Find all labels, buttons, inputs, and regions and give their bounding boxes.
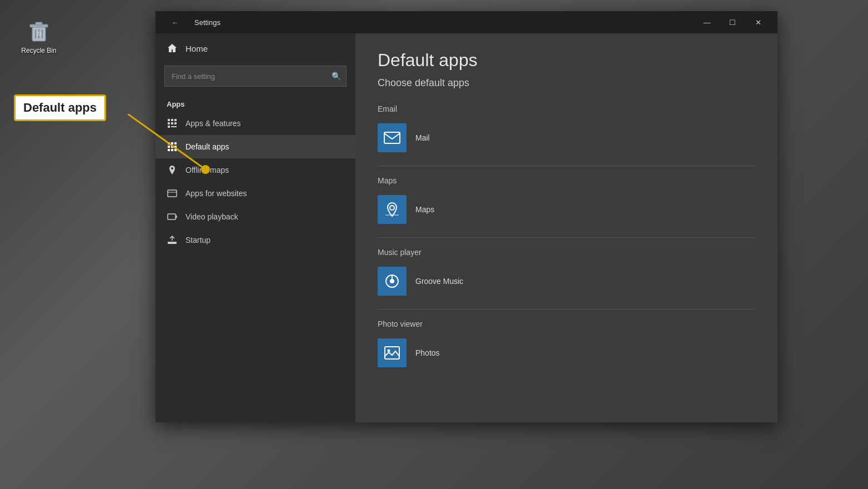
maximize-icon: ☐ [729, 18, 736, 27]
svg-point-32 [390, 206, 394, 210]
svg-rect-26 [168, 190, 177, 197]
sidebar-item-label-apps-websites: Apps for websites [185, 189, 247, 198]
svg-marker-29 [176, 214, 177, 219]
svg-line-7 [128, 114, 205, 169]
minimize-icon: — [704, 18, 711, 27]
music-app-name: Groove Music [415, 277, 463, 286]
recycle-bin-label: Recycle Bin [21, 47, 56, 54]
music-section: Music player Groove Music [378, 248, 755, 310]
desktop: ♻ Recycle Bin Default apps ← Settings — … [0, 0, 868, 489]
photos-app-icon-box [378, 338, 407, 367]
recycle-bin-icon[interactable]: ♻ Recycle Bin [17, 17, 61, 54]
maps-section: Maps Maps [378, 176, 755, 238]
sidebar-item-label-video-playback: Video playback [185, 212, 238, 221]
search-icon: 🔍 [332, 72, 341, 81]
maps-label: Maps [378, 176, 755, 185]
maps-app-item[interactable]: Maps [378, 191, 755, 228]
close-button[interactable]: ✕ [745, 11, 771, 33]
annotation-box: Default apps [14, 94, 106, 121]
apps-websites-icon [167, 188, 178, 198]
window-body: Home 🔍 Apps [155, 33, 777, 422]
maps-app-name: Maps [415, 205, 434, 214]
home-icon [167, 43, 178, 53]
window-title: Settings [194, 18, 694, 27]
svg-rect-2 [36, 22, 42, 25]
email-divider [378, 166, 755, 166]
svg-rect-30 [168, 242, 177, 244]
mail-app-name: Mail [415, 133, 430, 142]
sidebar-item-home[interactable]: Home [155, 33, 355, 63]
recycle-bin-image: ♻ [26, 17, 52, 43]
sidebar-item-startup[interactable]: Startup [155, 228, 355, 252]
sidebar-section-label: Apps [155, 96, 355, 112]
music-label: Music player [378, 248, 755, 257]
email-app-item[interactable]: Mail [378, 119, 755, 157]
minimize-button[interactable]: — [694, 11, 720, 33]
video-playback-icon [167, 212, 178, 222]
maximize-button[interactable]: ☐ [720, 11, 745, 33]
music-app-icon-box [378, 267, 407, 296]
sidebar-item-video-playback[interactable]: Video playback [155, 205, 355, 228]
back-button[interactable]: ← [162, 11, 188, 33]
title-bar: ← Settings — ☐ ✕ [155, 11, 777, 33]
svg-rect-28 [168, 214, 175, 219]
page-subtitle: Choose default apps [378, 77, 755, 89]
back-icon: ← [172, 18, 179, 27]
main-content: Default apps Choose default apps Email [355, 33, 777, 422]
page-title: Default apps [378, 50, 755, 71]
window-controls: — ☐ ✕ [694, 11, 771, 33]
sidebar-search[interactable]: 🔍 [164, 66, 347, 87]
sidebar: Home 🔍 Apps [155, 33, 355, 422]
svg-rect-31 [384, 132, 400, 143]
photos-app-name: Photos [415, 348, 440, 357]
maps-divider [378, 237, 755, 238]
annotation-label: Default apps [23, 101, 97, 114]
settings-window: ← Settings — ☐ ✕ [155, 11, 777, 422]
photo-section: Photo viewer Photos [378, 320, 755, 372]
startup-icon [167, 235, 178, 245]
close-icon: ✕ [755, 18, 761, 27]
music-divider [378, 309, 755, 310]
svg-point-35 [390, 279, 394, 283]
email-section: Email Mail [378, 104, 755, 166]
search-input[interactable] [164, 66, 347, 87]
photo-app-item[interactable]: Photos [378, 334, 755, 372]
svg-point-8 [201, 165, 210, 174]
music-app-item[interactable]: Groove Music [378, 262, 755, 300]
email-label: Email [378, 104, 755, 113]
photo-label: Photo viewer [378, 320, 755, 328]
maps-app-icon-box [378, 195, 407, 224]
mail-app-icon-box [378, 123, 407, 152]
annotation-arrow [128, 114, 250, 186]
sidebar-item-label-startup: Startup [185, 236, 210, 244]
home-label: Home [185, 44, 208, 53]
svg-text:♻: ♻ [37, 31, 42, 37]
